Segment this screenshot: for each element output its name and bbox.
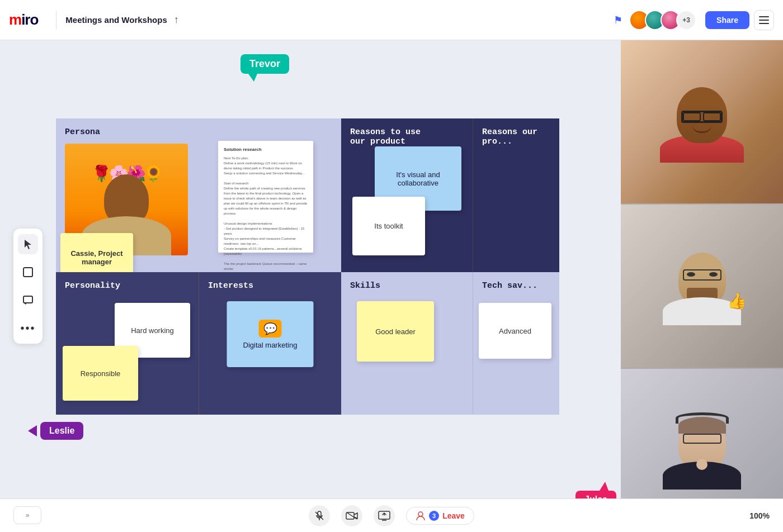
share-screen-btn[interactable] bbox=[374, 505, 395, 526]
menu-icon-button[interactable] bbox=[754, 10, 774, 30]
advanced-sticky: Advanced bbox=[479, 303, 551, 359]
svg-rect-0 bbox=[759, 16, 769, 17]
svg-line-8 bbox=[347, 512, 357, 519]
leslie-arrow bbox=[28, 425, 37, 436]
reasons-section-2: Reasons our pro... bbox=[473, 118, 559, 272]
mic-off-btn[interactable] bbox=[309, 505, 330, 526]
share-screen-icon bbox=[378, 511, 390, 521]
video-frame-2: 👍 bbox=[621, 205, 783, 369]
bottom-bar: » bbox=[0, 498, 783, 532]
leslie-cursor: Leslie bbox=[28, 422, 83, 440]
zoom-level: 100% bbox=[749, 511, 770, 520]
personality-title: Personality bbox=[65, 281, 190, 291]
person-3 bbox=[663, 411, 741, 490]
svg-rect-2 bbox=[759, 23, 769, 24]
video-frame-1 bbox=[621, 40, 783, 205]
mic-off-icon bbox=[314, 510, 325, 521]
skills-title: Skills bbox=[350, 281, 464, 291]
share-button[interactable]: Share bbox=[705, 11, 749, 29]
svg-rect-4 bbox=[23, 296, 32, 303]
interests-section: Interests 💬 Digital marketing bbox=[199, 272, 341, 415]
filter-icon[interactable]: ⚑ bbox=[614, 14, 622, 26]
toolkit-sticky: Its toolkit bbox=[352, 197, 425, 255]
header-divider bbox=[56, 11, 56, 29]
comment-icon bbox=[22, 294, 34, 306]
interests-title: Interests bbox=[208, 281, 332, 291]
avatar-group: +3 bbox=[629, 10, 696, 30]
avatar-count: +3 bbox=[676, 10, 696, 30]
reasons-section: Reasons to use our product It's visual a… bbox=[341, 118, 473, 272]
hamburger-icon bbox=[759, 16, 769, 24]
sticky-note-btn[interactable] bbox=[18, 262, 38, 282]
trevor-arrow bbox=[248, 74, 257, 82]
digital-marketing-label: Digital marketing bbox=[243, 341, 298, 349]
skills-section: Skills Good leader bbox=[341, 272, 473, 415]
toolbar: ••• bbox=[13, 229, 43, 344]
good-leader-sticky: Good leader bbox=[357, 301, 434, 362]
leslie-label: Leslie bbox=[40, 422, 83, 440]
personality-section: Personality Hard working Responsible bbox=[56, 272, 199, 415]
chat-icon: 💬 bbox=[259, 320, 282, 338]
leave-button[interactable]: 3 Leave bbox=[406, 507, 474, 525]
doc-title: Solution research bbox=[224, 146, 308, 153]
header-right: ⚑ +3 Share bbox=[614, 10, 774, 30]
persona-board: Persona 🌹🌸🌺🌻 Cassie, Project manager Sol… bbox=[56, 118, 559, 415]
reasons-title: Reasons to use our product bbox=[350, 127, 464, 146]
svg-point-11 bbox=[418, 512, 423, 516]
sticky-note-icon bbox=[22, 267, 34, 278]
nav-arrows-btn[interactable]: » bbox=[13, 506, 41, 524]
person-icon bbox=[416, 511, 426, 521]
miro-logo: miro bbox=[9, 11, 38, 28]
svg-rect-7 bbox=[346, 512, 354, 519]
reasons2-title: Reasons our pro... bbox=[482, 127, 550, 146]
trevor-label: Trevor bbox=[240, 54, 289, 74]
solution-research-doc: Solution research Next To-Do plan: Defin… bbox=[218, 141, 313, 253]
board-bottom-row: Personality Hard working Responsible Int… bbox=[56, 272, 559, 415]
cursor-icon bbox=[23, 239, 32, 250]
svg-rect-3 bbox=[23, 268, 32, 277]
svg-rect-1 bbox=[759, 20, 769, 21]
board-top-row: Persona 🌹🌸🌺🌻 Cassie, Project manager Sol… bbox=[56, 118, 559, 272]
canvas[interactable]: ••• Trevor Persona 🌹🌸🌺🌻 Cassie, Project … bbox=[0, 40, 783, 532]
responsible-sticky: Responsible bbox=[63, 346, 138, 401]
participant-count: 3 bbox=[429, 511, 439, 521]
camera-off-icon bbox=[346, 511, 358, 520]
techsav-title: Tech sav... bbox=[482, 281, 550, 291]
camera-off-btn[interactable] bbox=[341, 505, 362, 526]
techsav-section: Tech sav... Advanced bbox=[473, 272, 559, 415]
digital-marketing-sticky: 💬 Digital marketing bbox=[227, 301, 314, 367]
more-tools-btn[interactable]: ••• bbox=[18, 318, 38, 338]
video-panel: 👍 bbox=[621, 40, 783, 532]
persona-section: Persona 🌹🌸🌺🌻 Cassie, Project manager Sol… bbox=[56, 118, 341, 272]
header: miro Meetings and Workshops ↑ ⚑ +3 Share bbox=[0, 0, 783, 40]
comment-btn[interactable] bbox=[18, 290, 38, 310]
board-title: Meetings and Workshops bbox=[65, 15, 167, 25]
persona-title: Persona bbox=[65, 127, 332, 137]
trevor-cursor: Trevor bbox=[240, 54, 289, 82]
person-1 bbox=[660, 82, 744, 163]
person-2: 👍 bbox=[663, 247, 741, 325]
upload-icon[interactable]: ↑ bbox=[174, 14, 179, 26]
select-tool-btn[interactable] bbox=[18, 234, 38, 254]
jules-arrow bbox=[600, 482, 609, 491]
leave-label: Leave bbox=[442, 511, 465, 520]
